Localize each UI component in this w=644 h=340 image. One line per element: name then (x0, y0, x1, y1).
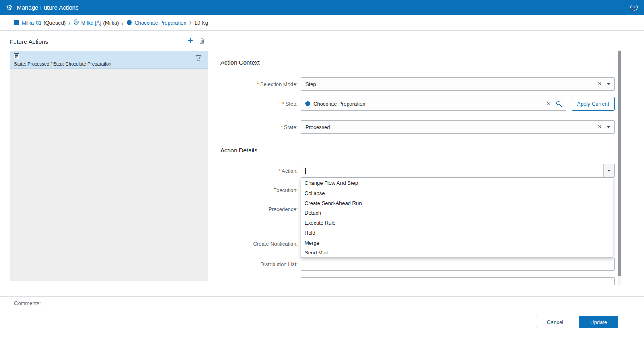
scrollbar-thumb[interactable] (618, 51, 621, 276)
chevron-down-icon (607, 170, 611, 172)
state-label: *State: (220, 124, 298, 130)
dropdown-option[interactable]: Collapse (301, 188, 613, 199)
gear-icon: ⚙ (6, 4, 12, 11)
step-icon (305, 101, 310, 106)
action-dropdown-button[interactable] (603, 164, 614, 177)
step-field[interactable]: Chocolate Preparation × (301, 97, 566, 111)
comments-section[interactable]: Comments: (0, 296, 644, 310)
action-label: *Action: (220, 168, 298, 174)
selection-mode-label: *Selection Mode: (220, 81, 298, 87)
breadcrumb-separator: / (190, 20, 191, 26)
state-select[interactable]: Processed × (301, 120, 615, 134)
clear-icon[interactable]: × (598, 81, 601, 87)
selection-mode-select[interactable]: Step × (301, 77, 615, 91)
dropdown-option[interactable]: Merge (301, 238, 613, 248)
action-combobox[interactable] (301, 164, 615, 178)
action-details-heading: Action Details (220, 147, 257, 154)
future-actions-title: Future Actions (10, 38, 48, 45)
create-notification-label: Create Notification: (220, 241, 298, 247)
action-label-text: Action: (282, 168, 298, 174)
required-marker: * (281, 124, 283, 130)
delete-action-button[interactable] (199, 38, 204, 46)
step-label: *Step: (220, 101, 298, 107)
list-item-label: State: Processed / Step: Chocolate Prepa… (14, 61, 111, 66)
clipped-form-field[interactable] (301, 277, 615, 285)
apply-current-button[interactable]: Apply Current (572, 97, 615, 111)
clear-icon[interactable]: × (547, 100, 550, 107)
form-scrollbar[interactable] (618, 50, 621, 285)
chevron-down-icon[interactable] (607, 126, 610, 128)
breadcrumb-material-suffix: (Milka) (103, 20, 119, 26)
selection-mode-value: Step (305, 81, 594, 87)
app-header: ⚙ Manage Future Actions (0, 0, 644, 15)
breadcrumb-order-link[interactable]: Milka-01 (22, 20, 41, 26)
distribution-list-label: Distribution List: (220, 261, 298, 267)
step-value: Chocolate Preparation (313, 101, 543, 107)
dropdown-option[interactable]: Create Send-Ahead Run (301, 199, 613, 209)
precedence-label: Precedence: (220, 206, 298, 212)
action-document-icon (14, 53, 19, 61)
dropdown-option[interactable]: Detach (301, 208, 613, 218)
required-marker: * (257, 81, 259, 87)
action-options-dropdown: Change Flow And Step Collapse Create Sen… (301, 178, 613, 258)
execution-label: Execution: (220, 187, 298, 193)
update-button[interactable]: Update (579, 316, 618, 328)
cancel-button[interactable]: Cancel (536, 316, 574, 328)
chevron-up-icon[interactable] (630, 5, 636, 12)
text-cursor (305, 168, 306, 174)
selection-mode-label-text: Selection Mode: (260, 81, 298, 87)
required-marker: * (282, 101, 284, 107)
search-icon[interactable] (556, 101, 562, 107)
breadcrumb-order-status: (Queued) (43, 20, 66, 26)
required-marker: * (278, 168, 280, 174)
distribution-list-input[interactable] (301, 258, 615, 271)
page-title: Manage Future Actions (16, 4, 78, 11)
step-icon (127, 20, 132, 25)
comments-label: Comments: (14, 300, 41, 306)
state-label-text: State: (284, 124, 298, 130)
future-actions-list: State: Processed / Step: Chocolate Prepa… (10, 51, 208, 281)
dropdown-option[interactable]: Execute Rule (301, 218, 613, 228)
dropdown-option[interactable]: Send Mail (301, 248, 613, 258)
manage-future-actions-screen: ⚙ Manage Future Actions ? Milka-01 (Queu… (0, 0, 644, 340)
list-item[interactable]: State: Processed / Step: Chocolate Prepa… (10, 51, 208, 69)
dropdown-option[interactable]: Hold (301, 228, 613, 238)
breadcrumb-material-link[interactable]: Milka [A] (81, 20, 101, 26)
chevron-down-icon[interactable] (607, 83, 610, 85)
breadcrumb-separator: / (122, 20, 124, 26)
breadcrumb-quantity: 10 Kg (194, 20, 208, 26)
order-icon (14, 20, 19, 25)
action-context-heading: Action Context (220, 59, 260, 66)
trash-icon[interactable] (196, 55, 201, 62)
dropdown-option[interactable]: Change Flow And Step (301, 178, 613, 188)
breadcrumb-separator: / (69, 20, 70, 26)
state-value: Processed (305, 124, 594, 130)
workflow-icon (74, 19, 79, 26)
breadcrumb: Milka-01 (Queued) / Milka [A] (Milka) / … (0, 15, 644, 31)
add-action-button[interactable]: + (185, 35, 195, 45)
breadcrumb-operation-link[interactable]: Chocolate Preparation (134, 20, 186, 26)
clear-icon[interactable]: × (598, 124, 601, 130)
step-label-text: Step: (286, 101, 298, 107)
